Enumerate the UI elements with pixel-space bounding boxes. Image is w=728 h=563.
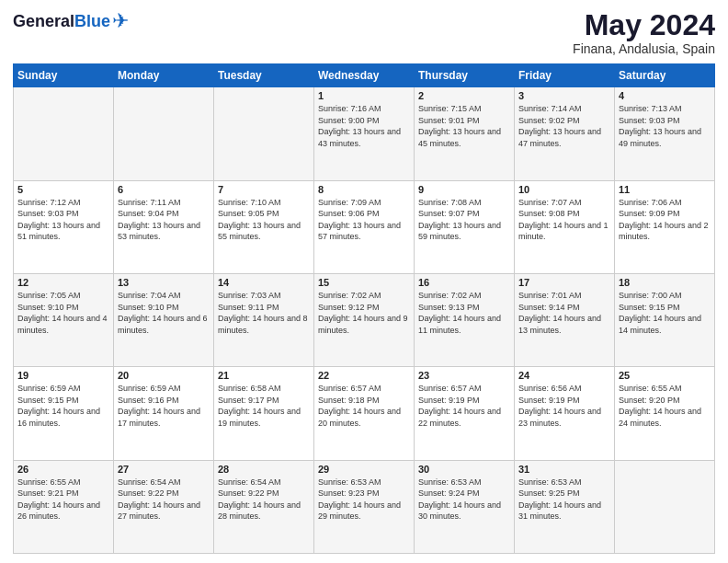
day-info: Sunrise: 7:13 AM Sunset: 9:03 PM Dayligh…	[619, 103, 711, 149]
table-row: 25Sunrise: 6:55 AM Sunset: 9:20 PM Dayli…	[615, 367, 715, 460]
day-number: 2	[418, 90, 510, 101]
table-row: 23Sunrise: 6:57 AM Sunset: 9:19 PM Dayli…	[415, 367, 515, 460]
day-info: Sunrise: 7:14 AM Sunset: 9:02 PM Dayligh…	[518, 103, 610, 149]
day-info: Sunrise: 7:04 AM Sunset: 9:10 PM Dayligh…	[118, 290, 210, 336]
day-info: Sunrise: 7:01 AM Sunset: 9:14 PM Dayligh…	[518, 290, 610, 336]
logo: GeneralBlue ✈	[13, 9, 129, 33]
col-monday: Monday	[114, 64, 214, 87]
table-row: 11Sunrise: 7:06 AM Sunset: 9:09 PM Dayli…	[615, 180, 715, 273]
table-row: 31Sunrise: 6:53 AM Sunset: 9:25 PM Dayli…	[515, 460, 615, 553]
table-row: 1Sunrise: 7:16 AM Sunset: 9:00 PM Daylig…	[314, 87, 415, 180]
calendar-header-row: Sunday Monday Tuesday Wednesday Thursday…	[14, 64, 715, 87]
table-row: 20Sunrise: 6:59 AM Sunset: 9:16 PM Dayli…	[114, 367, 214, 460]
col-saturday: Saturday	[615, 64, 715, 87]
day-info: Sunrise: 6:54 AM Sunset: 9:22 PM Dayligh…	[218, 477, 310, 523]
table-row: 3Sunrise: 7:14 AM Sunset: 9:02 PM Daylig…	[515, 87, 615, 180]
day-number: 22	[318, 370, 410, 381]
day-info: Sunrise: 7:00 AM Sunset: 9:15 PM Dayligh…	[619, 290, 711, 336]
day-number: 6	[118, 184, 210, 195]
day-info: Sunrise: 7:15 AM Sunset: 9:01 PM Dayligh…	[418, 103, 510, 149]
day-number: 9	[418, 184, 510, 195]
calendar-title: May 2024	[573, 9, 715, 41]
table-row: 6Sunrise: 7:11 AM Sunset: 9:04 PM Daylig…	[114, 180, 214, 273]
day-info: Sunrise: 7:02 AM Sunset: 9:13 PM Dayligh…	[418, 290, 510, 336]
day-number: 5	[17, 184, 109, 195]
day-number: 27	[118, 464, 210, 475]
table-row: 9Sunrise: 7:08 AM Sunset: 9:07 PM Daylig…	[415, 180, 515, 273]
table-row: 19Sunrise: 6:59 AM Sunset: 9:15 PM Dayli…	[14, 367, 114, 460]
day-info: Sunrise: 6:59 AM Sunset: 9:16 PM Dayligh…	[118, 383, 210, 429]
day-number: 17	[518, 277, 610, 288]
page: GeneralBlue ✈ May 2024 Finana, Andalusia…	[0, 0, 728, 563]
table-row: 18Sunrise: 7:00 AM Sunset: 9:15 PM Dayli…	[615, 273, 715, 366]
day-info: Sunrise: 6:55 AM Sunset: 9:21 PM Dayligh…	[17, 477, 109, 523]
col-sunday: Sunday	[14, 64, 114, 87]
day-info: Sunrise: 7:09 AM Sunset: 9:06 PM Dayligh…	[318, 197, 410, 243]
table-row: 24Sunrise: 6:56 AM Sunset: 9:19 PM Dayli…	[515, 367, 615, 460]
table-row	[214, 87, 314, 180]
day-info: Sunrise: 7:06 AM Sunset: 9:09 PM Dayligh…	[619, 197, 711, 243]
table-row: 2Sunrise: 7:15 AM Sunset: 9:01 PM Daylig…	[415, 87, 515, 180]
table-row: 14Sunrise: 7:03 AM Sunset: 9:11 PM Dayli…	[214, 273, 314, 366]
day-number: 14	[218, 277, 310, 288]
table-row: 17Sunrise: 7:01 AM Sunset: 9:14 PM Dayli…	[515, 273, 615, 366]
day-number: 28	[218, 464, 310, 475]
day-info: Sunrise: 7:10 AM Sunset: 9:05 PM Dayligh…	[218, 197, 310, 243]
day-info: Sunrise: 7:08 AM Sunset: 9:07 PM Dayligh…	[418, 197, 510, 243]
col-wednesday: Wednesday	[314, 64, 415, 87]
day-number: 29	[318, 464, 410, 475]
day-number: 25	[619, 370, 711, 381]
day-number: 10	[518, 184, 610, 195]
table-row: 8Sunrise: 7:09 AM Sunset: 9:06 PM Daylig…	[314, 180, 415, 273]
table-row: 10Sunrise: 7:07 AM Sunset: 9:08 PM Dayli…	[515, 180, 615, 273]
table-row: 26Sunrise: 6:55 AM Sunset: 9:21 PM Dayli…	[14, 460, 114, 553]
day-number: 4	[619, 90, 711, 101]
day-info: Sunrise: 7:12 AM Sunset: 9:03 PM Dayligh…	[17, 197, 109, 243]
day-number: 23	[418, 370, 510, 381]
day-info: Sunrise: 6:56 AM Sunset: 9:19 PM Dayligh…	[518, 383, 610, 429]
day-number: 12	[17, 277, 109, 288]
table-row: 16Sunrise: 7:02 AM Sunset: 9:13 PM Dayli…	[415, 273, 515, 366]
day-number: 31	[518, 464, 610, 475]
day-number: 18	[619, 277, 711, 288]
day-number: 13	[118, 277, 210, 288]
day-number: 1	[318, 90, 410, 101]
day-number: 16	[418, 277, 510, 288]
day-number: 8	[318, 184, 410, 195]
calendar-table: Sunday Monday Tuesday Wednesday Thursday…	[13, 63, 715, 554]
day-number: 24	[518, 370, 610, 381]
table-row: 29Sunrise: 6:53 AM Sunset: 9:23 PM Dayli…	[314, 460, 415, 553]
table-row	[615, 460, 715, 553]
day-info: Sunrise: 7:11 AM Sunset: 9:04 PM Dayligh…	[118, 197, 210, 243]
day-info: Sunrise: 6:53 AM Sunset: 9:25 PM Dayligh…	[518, 477, 610, 523]
day-info: Sunrise: 7:05 AM Sunset: 9:10 PM Dayligh…	[17, 290, 109, 336]
table-row	[114, 87, 214, 180]
day-info: Sunrise: 7:03 AM Sunset: 9:11 PM Dayligh…	[218, 290, 310, 336]
title-block: May 2024 Finana, Andalusia, Spain	[573, 9, 715, 56]
table-row: 15Sunrise: 7:02 AM Sunset: 9:12 PM Dayli…	[314, 273, 415, 366]
table-row: 30Sunrise: 6:53 AM Sunset: 9:24 PM Dayli…	[415, 460, 515, 553]
day-info: Sunrise: 6:53 AM Sunset: 9:24 PM Dayligh…	[418, 477, 510, 523]
day-number: 7	[218, 184, 310, 195]
col-friday: Friday	[515, 64, 615, 87]
col-thursday: Thursday	[415, 64, 515, 87]
day-info: Sunrise: 6:57 AM Sunset: 9:19 PM Dayligh…	[418, 383, 510, 429]
day-info: Sunrise: 7:07 AM Sunset: 9:08 PM Dayligh…	[518, 197, 610, 243]
day-info: Sunrise: 6:59 AM Sunset: 9:15 PM Dayligh…	[17, 383, 109, 429]
day-info: Sunrise: 7:02 AM Sunset: 9:12 PM Dayligh…	[318, 290, 410, 336]
day-info: Sunrise: 7:16 AM Sunset: 9:00 PM Dayligh…	[318, 103, 410, 149]
col-tuesday: Tuesday	[214, 64, 314, 87]
calendar-subtitle: Finana, Andalusia, Spain	[573, 41, 715, 56]
table-row: 13Sunrise: 7:04 AM Sunset: 9:10 PM Dayli…	[114, 273, 214, 366]
day-number: 11	[619, 184, 711, 195]
day-info: Sunrise: 6:54 AM Sunset: 9:22 PM Dayligh…	[118, 477, 210, 523]
day-info: Sunrise: 6:58 AM Sunset: 9:17 PM Dayligh…	[218, 383, 310, 429]
table-row: 5Sunrise: 7:12 AM Sunset: 9:03 PM Daylig…	[14, 180, 114, 273]
day-info: Sunrise: 6:53 AM Sunset: 9:23 PM Dayligh…	[318, 477, 410, 523]
day-number: 19	[17, 370, 109, 381]
table-row: 12Sunrise: 7:05 AM Sunset: 9:10 PM Dayli…	[14, 273, 114, 366]
day-info: Sunrise: 6:57 AM Sunset: 9:18 PM Dayligh…	[318, 383, 410, 429]
table-row: 7Sunrise: 7:10 AM Sunset: 9:05 PM Daylig…	[214, 180, 314, 273]
day-number: 3	[518, 90, 610, 101]
day-number: 21	[218, 370, 310, 381]
